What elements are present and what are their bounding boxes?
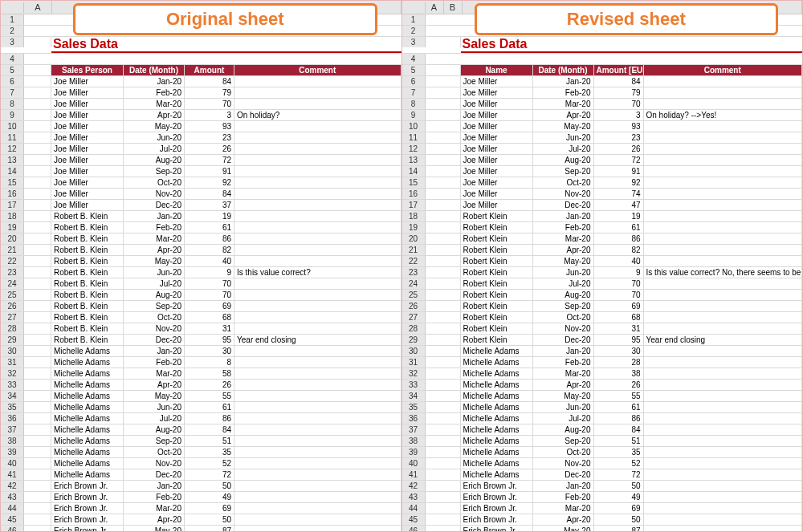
cell-date[interactable]: Jun-20 xyxy=(533,132,594,143)
cell-person[interactable]: Michelle Adams xyxy=(461,346,533,356)
row-number[interactable]: 32 xyxy=(402,368,426,379)
cell-date[interactable]: Jun-20 xyxy=(533,402,594,412)
cell-amount[interactable]: 84 xyxy=(594,424,644,435)
table-row[interactable]: 12Joe MillerJul-2026 xyxy=(402,144,803,155)
cell-person[interactable]: Joe Miller xyxy=(461,76,533,87)
revised-grid[interactable]: 123Sales Data45NameDate (Month)Amount [E… xyxy=(402,14,803,531)
cell-amount[interactable]: 3 xyxy=(185,110,234,120)
original-grid[interactable]: 123Sales Data45Sales PersonDate (Month)A… xyxy=(1,14,402,531)
table-row[interactable]: 36Michelle AdamsJul-2086 xyxy=(1,413,402,424)
cell-comment[interactable] xyxy=(644,245,803,255)
table-row[interactable]: 27Robert KleinOct-2068 xyxy=(402,312,803,323)
table-row[interactable]: 18Robert KleinJan-2019 xyxy=(402,211,803,222)
row-number[interactable]: 15 xyxy=(1,177,24,188)
cell-comment[interactable] xyxy=(234,402,402,412)
cell-amount[interactable]: 38 xyxy=(594,368,644,379)
row-number[interactable]: 35 xyxy=(1,402,24,412)
row-number[interactable]: 19 xyxy=(1,222,24,233)
cell-comment[interactable] xyxy=(644,469,803,480)
cell-comment[interactable] xyxy=(234,413,402,424)
cell-date[interactable]: Mar-20 xyxy=(124,99,185,109)
cell-person[interactable]: Robert B. Klein xyxy=(51,245,124,255)
cell-date[interactable]: Feb-20 xyxy=(533,357,594,368)
cell-person[interactable]: Robert B. Klein xyxy=(51,323,124,334)
cell-date[interactable]: Dec-20 xyxy=(533,469,594,480)
row-number[interactable]: 27 xyxy=(1,312,24,323)
cell-amount[interactable]: 86 xyxy=(594,234,644,244)
table-row[interactable]: 29Robert KleinDec-2095Year end closing xyxy=(402,335,803,346)
table-row[interactable]: 7Joe MillerFeb-2079 xyxy=(1,87,402,99)
cell-amount[interactable]: 61 xyxy=(185,222,234,233)
cell-comment[interactable] xyxy=(234,155,402,165)
table-row[interactable]: 23Robert KleinJun-209Is this value corre… xyxy=(402,267,803,278)
cell-person[interactable]: Robert Klein xyxy=(461,278,533,289)
table-row[interactable]: 26Robert B. KleinSep-2069 xyxy=(1,301,402,312)
cell-comment[interactable] xyxy=(234,87,402,98)
row-number[interactable]: 42 xyxy=(402,481,426,491)
table-row[interactable]: 45Erich Brown Jr.Apr-2050 xyxy=(1,514,402,526)
cell-comment[interactable] xyxy=(644,121,803,132)
table-row[interactable]: 35Michelle AdamsJun-2061 xyxy=(402,402,803,413)
cell-person[interactable]: Robert B. Klein xyxy=(51,278,124,289)
cell-amount[interactable]: 9 xyxy=(594,267,644,278)
cell-date[interactable]: Oct-20 xyxy=(533,177,594,188)
table-row[interactable]: 34Michelle AdamsMay-2055 xyxy=(1,391,402,402)
cell-person[interactable]: Erich Brown Jr. xyxy=(461,481,533,491)
cell-date[interactable]: Feb-20 xyxy=(533,222,594,233)
cell-person[interactable]: Robert B. Klein xyxy=(51,256,124,266)
cell-amount[interactable]: 86 xyxy=(594,413,644,424)
cell-person[interactable]: Robert Klein xyxy=(461,222,533,233)
cell-person[interactable]: Joe Miller xyxy=(461,189,533,199)
table-row[interactable]: 46Erich Brown Jr.May-2087 xyxy=(1,526,402,531)
cell-amount[interactable]: 26 xyxy=(594,380,644,390)
table-row[interactable]: 19Robert KleinFeb-2061 xyxy=(402,222,803,234)
cell-person[interactable]: Robert Klein xyxy=(461,234,533,244)
row-number[interactable]: 43 xyxy=(402,492,426,502)
cell-amount[interactable]: 70 xyxy=(185,278,234,289)
cell-date[interactable]: Feb-20 xyxy=(124,222,185,233)
row-number[interactable]: 41 xyxy=(402,469,426,480)
cell-amount[interactable]: 52 xyxy=(185,458,234,469)
row-number[interactable]: 22 xyxy=(1,256,24,266)
table-row[interactable]: 17Joe MillerDec-2047 xyxy=(402,200,803,211)
cell-comment[interactable] xyxy=(234,447,402,457)
cell-amount[interactable]: 91 xyxy=(594,166,644,177)
cell-comment[interactable] xyxy=(234,458,402,469)
cell-person[interactable]: Michelle Adams xyxy=(461,469,533,480)
cell-comment[interactable] xyxy=(234,278,402,289)
cell-person[interactable]: Michelle Adams xyxy=(51,447,124,457)
cell-amount[interactable]: 84 xyxy=(185,424,234,435)
cell-comment[interactable] xyxy=(644,177,803,188)
cell-person[interactable]: Michelle Adams xyxy=(461,402,533,412)
table-row[interactable]: 46Erich Brown Jr.May-2087 xyxy=(402,526,803,531)
cell-date[interactable]: Mar-20 xyxy=(124,503,185,514)
table-row[interactable]: 22Robert KleinMay-2040 xyxy=(402,256,803,267)
cell-amount[interactable]: 70 xyxy=(185,99,234,109)
cell-comment[interactable] xyxy=(644,514,803,525)
cell-date[interactable]: Sep-20 xyxy=(533,436,594,446)
cell-person[interactable]: Michelle Adams xyxy=(461,357,533,368)
row-number[interactable]: 42 xyxy=(1,481,24,491)
cell-date[interactable]: Nov-20 xyxy=(124,458,185,469)
row-number[interactable]: 8 xyxy=(402,99,426,109)
table-row[interactable]: 6Joe MillerJan-2084 xyxy=(402,76,803,87)
cell-comment[interactable] xyxy=(234,436,402,446)
cell-date[interactable]: Apr-20 xyxy=(533,245,594,255)
row-number[interactable]: 6 xyxy=(402,76,426,87)
cell-comment[interactable] xyxy=(644,458,803,469)
cell-date[interactable]: Feb-20 xyxy=(124,492,185,502)
header-date[interactable]: Date (Month) xyxy=(533,65,594,75)
table-row[interactable]: 37Michelle AdamsAug-2084 xyxy=(402,424,803,436)
cell-amount[interactable]: 31 xyxy=(185,323,234,334)
cell-person[interactable]: Robert Klein xyxy=(461,211,533,221)
cell-comment[interactable] xyxy=(234,481,402,491)
cell-comment[interactable] xyxy=(234,290,402,300)
cell-comment[interactable] xyxy=(644,290,803,300)
cell-date[interactable]: Jul-20 xyxy=(533,144,594,154)
cell-person[interactable]: Joe Miller xyxy=(51,87,124,98)
cell-amount[interactable]: 52 xyxy=(594,458,644,469)
cell-person[interactable]: Joe Miller xyxy=(51,99,124,109)
row-number[interactable]: 6 xyxy=(1,76,24,87)
cell-person[interactable]: Michelle Adams xyxy=(51,424,124,435)
cell-amount[interactable]: 72 xyxy=(185,469,234,480)
